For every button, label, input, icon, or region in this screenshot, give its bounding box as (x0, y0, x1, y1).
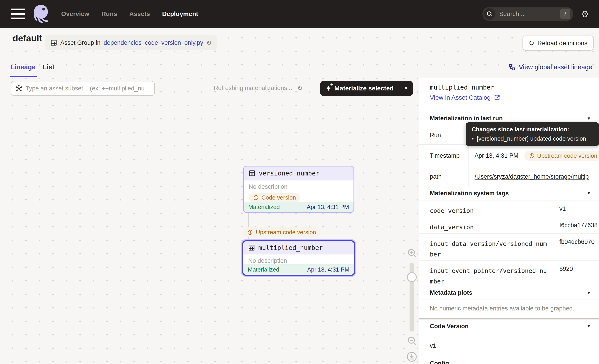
code-version-value: v1 (430, 342, 436, 349)
upstream-code-version-icon (247, 229, 253, 235)
tooltip-item: • [versioned_number] updated code versio… (472, 135, 593, 142)
tag-key: input_event_pointer/versioned_number (419, 260, 554, 286)
top-navigation-bar: Overview Runs Assets Deployment / ⚙ (0, 0, 599, 28)
reload-definitions-button[interactable]: ↻ Reload definitions (522, 35, 594, 51)
materialize-selected-button[interactable]: ✦✦ Materialize selected ▼ (320, 81, 413, 96)
path-link[interactable]: /Users/sryza/dagster_home/storage/multip (475, 173, 589, 180)
nav-item-overview[interactable]: Overview (61, 10, 89, 17)
asset-description: No description (244, 181, 353, 190)
section-header-materialization-system-tags[interactable]: Materialization system tags ▼ (419, 186, 599, 200)
global-search[interactable]: / (483, 7, 573, 21)
tooltip-item-text: [versioned_number] updated code version (477, 135, 586, 142)
dagster-octopus-icon (32, 4, 51, 24)
external-link-icon (494, 94, 501, 101)
asset-name: multiplied_number (258, 244, 323, 251)
system-tag-row: data_version f6ccba177638 (419, 217, 599, 233)
refresh-icon[interactable]: ↻ (297, 84, 303, 92)
hamburger-menu-icon[interactable] (11, 9, 25, 19)
asset-graph-filter-icon (15, 84, 23, 93)
upstream-code-version-icon (529, 153, 535, 159)
section-title: Materialization in last run (430, 115, 503, 122)
dagster-logo[interactable] (32, 4, 51, 24)
search-input[interactable] (499, 10, 560, 17)
tooltip-title: Changes since last materialization: (472, 126, 593, 133)
nav-item-deployment[interactable]: Deployment (162, 10, 198, 17)
zoom-in-icon[interactable] (407, 248, 417, 259)
search-shortcut-key: / (560, 9, 570, 19)
materialize-dropdown-caret[interactable]: ▼ (399, 81, 413, 96)
upstream-code-version-tag: Upstream code version (524, 151, 599, 161)
reload-location-icon[interactable]: ↻ (206, 39, 211, 47)
tag-value: f6ccba177638 (554, 217, 599, 233)
upstream-code-version-label: Upstream code version (537, 152, 597, 159)
asset-details-sidebar: multiplied_number View in Asset Catalog … (419, 78, 599, 364)
materialized-timestamp: Apr 13, 4:31 PM (307, 266, 349, 273)
section-header-metadata-plots[interactable]: Metadata plots ▼ (419, 286, 599, 299)
reload-icon: ↻ (529, 39, 534, 47)
tab-list[interactable]: List (43, 63, 54, 71)
refreshing-label: Refreshing materializations... (214, 85, 292, 92)
section-title: Code Version (430, 323, 469, 330)
row-label: Run (419, 126, 468, 144)
asset-group-badge: Asset Group in dependencies_code_version… (45, 35, 217, 50)
asset-subset-input[interactable] (26, 85, 151, 92)
nav-item-runs[interactable]: Runs (101, 10, 117, 17)
tag-key: input_data_version/versioned_number (419, 234, 554, 260)
tab-lineage[interactable]: Lineage (11, 63, 35, 71)
asset-group-label: Asset Group in (60, 39, 101, 46)
search-icon (484, 8, 495, 20)
timestamp-value: Apr 13, 4:31 PM (475, 152, 519, 159)
upstream-code-version-edge-tag: Upstream code version (243, 227, 320, 237)
upstream-code-version-label: Upstream code version (256, 229, 316, 236)
caret-down-icon: ▼ (587, 290, 591, 295)
section-header-code-version[interactable]: Code Version ▼ (419, 320, 599, 333)
download-image-icon[interactable] (406, 351, 417, 363)
gear-icon[interactable]: ⚙ (581, 9, 589, 18)
caret-down-icon: ▼ (587, 116, 591, 121)
sparkle-icon: ✦✦ (326, 85, 331, 92)
caret-down-icon: ▼ (587, 191, 591, 196)
metadata-plots-empty-message: No numeric metadata entries available to… (430, 305, 574, 312)
materialize-selected-label: Materialize selected (334, 85, 394, 92)
section-title: Materialization system tags (430, 190, 509, 197)
sidebar-asset-title: multiplied_number (430, 84, 494, 91)
section-title: Metadata plots (430, 289, 472, 296)
code-location-link[interactable]: dependencies_code_version_only.py (104, 39, 203, 46)
tag-value: v1 (554, 200, 599, 217)
last-run-row-timestamp: Timestamp Apr 13, 4:31 PM Upstream code … (419, 144, 599, 167)
code-version-tag: Code version (249, 193, 300, 203)
asset-node-multiplied-number[interactable]: multiplied_number No description Materia… (242, 240, 355, 276)
view-in-asset-catalog-link[interactable]: View in Asset Catalog (430, 94, 501, 101)
zoom-slider-handle[interactable] (407, 272, 417, 282)
lineage-graph-icon (508, 64, 516, 71)
zoom-out-icon[interactable] (407, 336, 417, 347)
asset-group-table-icon (50, 39, 57, 46)
row-label: Timestamp (419, 145, 468, 167)
code-version-tag-label: Code version (262, 194, 296, 201)
view-global-asset-lineage-link[interactable]: View global asset lineage (508, 63, 592, 71)
primary-nav: Overview Runs Assets Deployment (61, 10, 198, 17)
asset-node-versioned-number[interactable]: versioned_number No description Code ver… (243, 166, 354, 213)
reload-definitions-label: Reload definitions (537, 40, 588, 47)
asset-name: versioned_number (259, 170, 319, 177)
system-tag-row: code_version v1 (419, 200, 599, 217)
materialized-timestamp: Apr 13, 4:31 PM (307, 204, 349, 211)
row-label: path (419, 167, 468, 186)
table-icon (249, 170, 255, 177)
view-global-asset-lineage-label: View global asset lineage (519, 63, 592, 71)
asset-description: No description (243, 254, 354, 264)
tag-key: data_version (419, 217, 554, 233)
last-run-row-path: path /Users/sryza/dagster_home/storage/m… (419, 167, 599, 186)
bullet: • (472, 135, 474, 142)
section-header-config[interactable]: Config (430, 360, 449, 364)
nav-item-assets[interactable]: Assets (129, 10, 150, 17)
asset-subset-filter[interactable] (11, 81, 155, 96)
table-icon (248, 244, 255, 251)
tag-value: fb04dcb6970 (554, 234, 599, 260)
changes-since-last-materialization-tooltip: Changes since last materialization: • [v… (466, 122, 599, 146)
caret-down-icon: ▼ (587, 324, 591, 329)
materialized-status: Materialized (248, 204, 280, 211)
materialized-status: Materialized (248, 266, 279, 273)
system-tag-row: input_data_version/versioned_number fb04… (419, 233, 599, 260)
view-in-asset-catalog-label: View in Asset Catalog (430, 94, 491, 101)
